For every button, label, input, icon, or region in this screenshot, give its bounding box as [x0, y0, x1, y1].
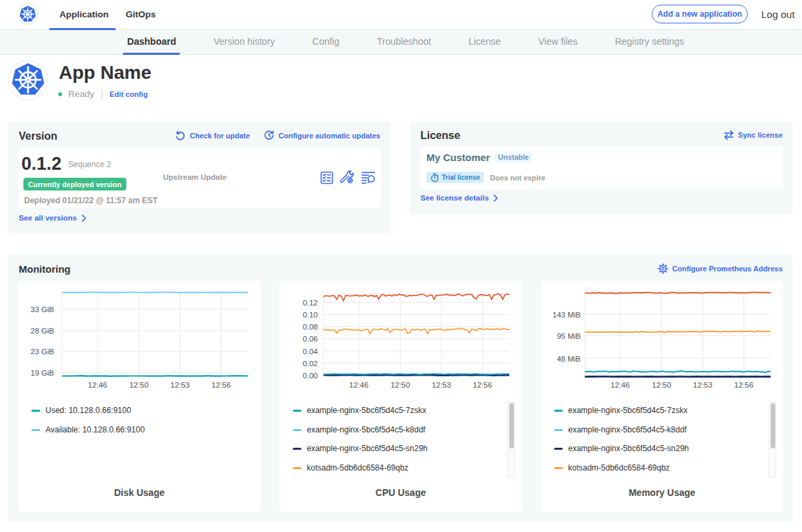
svg-text:12:50: 12:50	[391, 381, 410, 389]
svg-text:19 GiB: 19 GiB	[31, 369, 54, 377]
svg-text:0.06: 0.06	[303, 335, 317, 343]
svg-text:12:56: 12:56	[473, 381, 493, 389]
svg-text:0.08: 0.08	[303, 323, 317, 331]
svg-text:12:53: 12:53	[432, 381, 451, 389]
svg-text:95 MiB: 95 MiB	[557, 332, 581, 340]
svg-text:0.10: 0.10	[303, 311, 317, 319]
svg-text:12:46: 12:46	[611, 381, 630, 389]
svg-text:12:50: 12:50	[652, 381, 672, 389]
svg-text:12:53: 12:53	[170, 381, 190, 389]
svg-text:12:53: 12:53	[693, 381, 712, 389]
svg-text:23 GiB: 23 GiB	[31, 348, 54, 356]
svg-text:0.04: 0.04	[303, 348, 318, 356]
svg-text:0.12: 0.12	[303, 299, 317, 307]
svg-text:143 MiB: 143 MiB	[553, 311, 581, 319]
svg-text:12:56: 12:56	[734, 381, 754, 389]
svg-text:12:46: 12:46	[350, 381, 369, 389]
svg-text:28 GiB: 28 GiB	[31, 327, 54, 335]
svg-text:12:50: 12:50	[130, 381, 149, 389]
svg-text:0.02: 0.02	[303, 360, 317, 368]
svg-text:48 MiB: 48 MiB	[557, 355, 581, 363]
svg-text:0.00: 0.00	[303, 372, 317, 380]
svg-text:33 GiB: 33 GiB	[31, 305, 54, 313]
svg-text:12:56: 12:56	[212, 381, 231, 389]
svg-text:12:46: 12:46	[88, 381, 108, 389]
